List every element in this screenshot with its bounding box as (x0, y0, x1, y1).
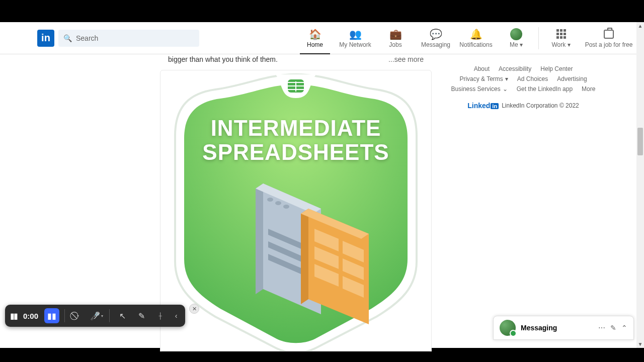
nav-home[interactable]: 🏠 Home (295, 22, 335, 54)
avatar-icon (500, 320, 516, 336)
bell-icon: 🔔 (470, 28, 482, 40)
pause-bars-icon: ▮▮ (10, 311, 17, 321)
post-text-fragment: bigger than what you think of them. (168, 54, 278, 65)
webcam-toggle-button[interactable]: ⃠▾ (70, 308, 85, 323)
scroll-down-arrow[interactable]: ▼ (636, 340, 644, 348)
nav-post-job[interactable]: Post a job for free (581, 22, 636, 54)
search-icon: 🔍 (63, 34, 72, 42)
close-recorder-button[interactable]: ✕ (189, 304, 199, 314)
window-letterbox-top (0, 0, 644, 22)
briefcase-icon: 💼 (389, 28, 402, 40)
svg-point-8 (267, 198, 273, 202)
chevron-down-icon: ⌄ (503, 85, 508, 93)
compose-icon[interactable]: ✎ (610, 324, 616, 332)
linkedin-logo[interactable]: in (37, 30, 54, 47)
cursor-icon: ↖ (119, 311, 126, 321)
right-rail-footer: About Accessibility Help Center Privacy … (443, 65, 604, 110)
avatar-icon (510, 28, 522, 40)
nav-messaging[interactable]: 💬 Messaging (416, 22, 456, 54)
search-placeholder: Search (76, 34, 98, 42)
scrollbar-thumb[interactable] (637, 128, 643, 155)
chat-icon: 💬 (430, 28, 442, 40)
cursor-tool-button[interactable]: ↖ (115, 308, 130, 323)
footer-link-get-app[interactable]: Get the LinkedIn app (517, 85, 573, 93)
recorder-timer: 0:00 (23, 312, 38, 320)
post-image-badge[interactable]: INTERMEDIATE SPREADSHEETS (160, 70, 432, 351)
svg-point-10 (283, 205, 289, 209)
eraser-tool-button[interactable]: ⟊ (153, 308, 168, 323)
badge-title-line1: INTERMEDIATE (211, 116, 381, 140)
search-input[interactable]: 🔍 Search (58, 30, 199, 47)
nav-me[interactable]: Me ▾ (496, 22, 536, 54)
pen-tool-button[interactable]: ✎ (134, 308, 149, 323)
footer-link-ad-choices[interactable]: Ad Choices (517, 75, 548, 82)
footer-link-more[interactable]: More (582, 85, 595, 93)
badge-title-line2: SPREADSHEETS (202, 140, 389, 164)
footer-link-business-services[interactable]: Business Services ⌄ (451, 85, 508, 93)
footer-link-help-center[interactable]: Help Center (540, 65, 573, 72)
nav-jobs[interactable]: 💼 Jobs (375, 22, 416, 54)
more-menu-icon[interactable]: ⋯ (598, 324, 605, 332)
svg-point-9 (275, 201, 281, 205)
toolbar-divider (64, 309, 65, 322)
post-job-icon (604, 28, 614, 40)
mic-off-icon: 🎤̸ (90, 311, 100, 321)
messaging-dock[interactable]: Messaging ⋯ ✎ ⌃ (493, 316, 634, 340)
nav-my-network[interactable]: 👥 My Network (335, 22, 375, 54)
browser-scrollbar[interactable]: ▲ ▼ (636, 22, 644, 348)
chevron-left-icon: ‹ (175, 312, 178, 320)
pencil-icon: ✎ (138, 311, 145, 321)
chevron-down-icon: ▾ (77, 314, 79, 318)
screen-recorder-toolbar: ▮▮ 0:00 ▮▮ ⃠▾ 🎤̸▾ ↖ ✎ ⟊ ‹ (5, 305, 185, 327)
chevron-down-icon: ▾ (101, 314, 103, 318)
chevron-down-icon: ▾ (568, 41, 571, 48)
linkedin-wordmark: Linkedin (467, 102, 499, 110)
footer-link-advertising[interactable]: Advertising (557, 75, 587, 82)
close-icon: ✕ (192, 306, 197, 312)
feed-post: bigger than what you think of them. ...s… (160, 54, 432, 351)
chevron-down-icon: ▾ (520, 41, 523, 48)
people-icon: 👥 (349, 28, 362, 40)
primary-nav: 🏠 Home 👥 My Network 💼 Jobs 💬 Messaging 🔔… (295, 22, 636, 54)
chevron-down-icon: ▾ (505, 75, 508, 82)
chevron-up-icon[interactable]: ⌃ (621, 324, 627, 332)
badge-svg: INTERMEDIATE SPREADSHEETS (165, 70, 427, 351)
mic-toggle-button[interactable]: 🎤̸▾ (89, 308, 104, 323)
apps-grid-icon (556, 28, 566, 40)
collapse-toolbar-button[interactable]: ‹ (172, 312, 180, 320)
broom-icon: ⟊ (158, 311, 163, 320)
nav-divider (538, 27, 539, 49)
footer-copyright: Linkedin LinkedIn Corporation © 2022 (443, 102, 604, 110)
nav-notifications[interactable]: 🔔 Notifications (456, 22, 496, 54)
linkedin-header: in 🔍 Search 🏠 Home 👥 My Network 💼 Jobs 💬… (0, 22, 636, 54)
footer-link-accessibility[interactable]: Accessibility (499, 65, 531, 72)
svg-marker-6 (256, 184, 263, 294)
messaging-dock-title: Messaging (521, 324, 593, 332)
footer-link-about[interactable]: About (474, 65, 490, 72)
nav-work[interactable]: Work ▾ (541, 22, 581, 54)
toolbar-divider (109, 309, 110, 322)
scroll-up-arrow[interactable]: ▲ (636, 22, 644, 30)
footer-link-privacy-terms[interactable]: Privacy & Terms ▾ (459, 75, 508, 82)
pause-button[interactable]: ▮▮ (44, 308, 59, 323)
svg-marker-15 (301, 209, 308, 304)
home-icon: 🏠 (309, 28, 321, 40)
post-text: bigger than what you think of them. ...s… (160, 54, 432, 65)
see-more-link[interactable]: ...see more (388, 54, 424, 65)
